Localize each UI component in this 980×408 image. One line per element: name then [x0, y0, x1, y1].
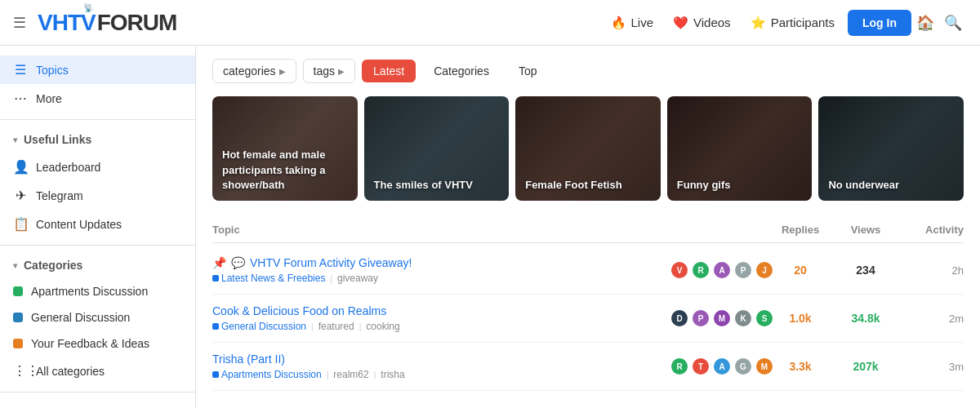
- topic-tag-1-1[interactable]: cooking: [366, 321, 399, 332]
- sep: |: [359, 322, 362, 331]
- topic-info-1: Cook & Delicious Food on Realms General …: [212, 304, 670, 332]
- nav-participants[interactable]: ⭐ Participants: [751, 16, 835, 30]
- topic-tag-2-1[interactable]: trisha: [381, 369, 404, 380]
- col-replies-header: Replies: [768, 224, 833, 236]
- category-tag-1[interactable]: General Discussion: [212, 321, 306, 332]
- body: ☰ Topics ⋯ More ▾ Useful Links 👤 Leaderb…: [0, 46, 980, 408]
- replies-val-0: 20: [768, 264, 833, 277]
- nav-live[interactable]: 🔥 Live: [611, 16, 654, 30]
- telegram-icon: ✈: [13, 188, 28, 203]
- views-val-1: 34.8k: [833, 312, 898, 325]
- activity-val-2: 3m: [898, 361, 964, 373]
- sidebar-item-leaderboard[interactable]: 👤 Leaderboard: [0, 153, 195, 181]
- chevron-icon: ▾: [13, 135, 17, 144]
- topic-info-0: 📌 💬 VHTV Forum Activity Giveaway! Latest…: [212, 256, 670, 284]
- filter-bar: categories ▶ tags ▶ Latest Categories To…: [212, 59, 964, 83]
- card-2[interactable]: Female Foot Fetish: [515, 96, 661, 201]
- chevron-tags: ▶: [338, 67, 345, 76]
- topic-avatars-1: D P M K S: [670, 308, 768, 328]
- card-4[interactable]: No underwear: [818, 96, 964, 201]
- views-val-2: 207k: [833, 360, 898, 373]
- replies-val-2: 3.3k: [768, 360, 833, 373]
- star-icon: ⭐: [751, 16, 766, 30]
- sidebar-item-all-categories[interactable]: ⋮⋮ All categories: [0, 357, 195, 385]
- sidebar-item-general[interactable]: General Discussion: [0, 304, 195, 330]
- table-row: Trisha (Part II) Apartments Discussion |…: [212, 343, 964, 391]
- topic-tags-1: General Discussion | featured | cooking: [212, 321, 670, 332]
- avatar: R: [691, 260, 710, 280]
- topic-title-0[interactable]: 📌 💬 VHTV Forum Activity Giveaway!: [212, 256, 670, 269]
- general-dot: [13, 313, 23, 322]
- category-tag-0[interactable]: Latest News & Freebies: [212, 273, 325, 284]
- topic-title-2[interactable]: Trisha (Part II): [212, 353, 670, 366]
- activity-val-1: 2m: [898, 313, 964, 325]
- sidebar-heading-useful-links[interactable]: ▾ Useful Links: [0, 126, 195, 153]
- leaderboard-icon: 👤: [13, 159, 28, 175]
- fire-icon: 🔥: [611, 16, 626, 30]
- categories-tab[interactable]: Categories: [422, 60, 501, 82]
- avatar: M: [712, 308, 732, 328]
- card-1[interactable]: The smiles of VHTV: [364, 96, 510, 201]
- topic-cards: Hot female and male participants taking …: [212, 96, 964, 201]
- topics-icon: ☰: [13, 62, 28, 78]
- topic-avatars-0: V R A P J: [670, 260, 768, 280]
- table-header: Topic Replies Views Activity: [212, 217, 964, 243]
- topic-tag-0-0[interactable]: giveaway: [337, 273, 378, 284]
- avatar: P: [691, 308, 710, 328]
- nav-videos[interactable]: ❤️ Videos: [673, 16, 731, 30]
- col-activity-header: Activity: [898, 224, 964, 236]
- sidebar-heading-tags[interactable]: ▾ Tags: [0, 399, 195, 408]
- main-content: categories ▶ tags ▶ Latest Categories To…: [196, 46, 980, 408]
- card-0[interactable]: Hot female and male participants taking …: [212, 96, 358, 201]
- avatar: A: [712, 357, 732, 376]
- replies-val-1: 1.0k: [768, 312, 833, 325]
- home-button[interactable]: 🏠: [911, 9, 939, 37]
- avatar: A: [712, 260, 732, 280]
- main-nav: 🔥 Live ❤️ Videos ⭐ Participants: [611, 16, 835, 30]
- card-title-3: Funny gifs: [667, 170, 741, 201]
- sep: |: [311, 322, 314, 331]
- heart-icon: ❤️: [673, 16, 688, 30]
- sidebar: ☰ Topics ⋯ More ▾ Useful Links 👤 Leaderb…: [0, 46, 196, 408]
- sidebar-item-apartments[interactable]: Apartments Discussion: [0, 278, 195, 304]
- tags-filter[interactable]: tags ▶: [303, 59, 355, 83]
- top-tab[interactable]: Top: [507, 60, 549, 82]
- avatar: P: [733, 260, 753, 280]
- sidebar-item-content-updates[interactable]: 📋 Content Updates: [0, 210, 195, 238]
- topic-tag-1-0[interactable]: featured: [318, 321, 354, 332]
- latest-tab[interactable]: Latest: [362, 60, 416, 82]
- avatar: G: [733, 357, 753, 376]
- topic-tag-2-0[interactable]: realm62: [333, 369, 368, 380]
- sep: |: [374, 370, 376, 379]
- divider-1: [0, 119, 195, 120]
- sep: |: [330, 274, 332, 283]
- sidebar-item-more[interactable]: ⋯ More: [0, 84, 195, 113]
- pin-icon: 📌: [212, 256, 226, 269]
- sidebar-item-feedback[interactable]: Your Feedback & Ideas: [0, 330, 195, 357]
- sidebar-item-topics[interactable]: ☰ Topics: [0, 55, 195, 84]
- divider-3: [0, 392, 195, 392]
- topic-avatars-2: R T A G M: [670, 357, 768, 376]
- categories-filter[interactable]: categories ▶: [212, 59, 296, 83]
- divider-2: [0, 245, 195, 246]
- dots-icon: ⋯: [13, 91, 28, 106]
- search-button[interactable]: 🔍: [939, 9, 967, 37]
- hamburger-icon[interactable]: ☰: [13, 14, 26, 32]
- sep: |: [327, 370, 329, 379]
- login-button[interactable]: Log In: [848, 10, 911, 36]
- topic-title-1[interactable]: Cook & Delicious Food on Realms: [212, 304, 670, 317]
- activity-val-0: 2h: [898, 264, 964, 277]
- topic-info-2: Trisha (Part II) Apartments Discussion |…: [212, 353, 670, 380]
- card-title-0: Hot female and male participants taking …: [212, 140, 358, 201]
- card-title-4: No underwear: [818, 170, 909, 201]
- col-topic-header: Topic: [212, 224, 768, 236]
- views-val-0: 234: [833, 264, 898, 277]
- sidebar-item-telegram[interactable]: ✈ Telegram: [0, 181, 195, 210]
- avatar: V: [670, 260, 689, 280]
- avatar: D: [670, 308, 689, 328]
- category-tag-2[interactable]: Apartments Discussion: [212, 369, 322, 380]
- grid-icon: ⋮⋮: [13, 363, 28, 379]
- col-views-header: Views: [833, 224, 898, 236]
- sidebar-heading-categories[interactable]: ▾ Categories: [0, 252, 195, 278]
- card-3[interactable]: Funny gifs: [667, 96, 813, 201]
